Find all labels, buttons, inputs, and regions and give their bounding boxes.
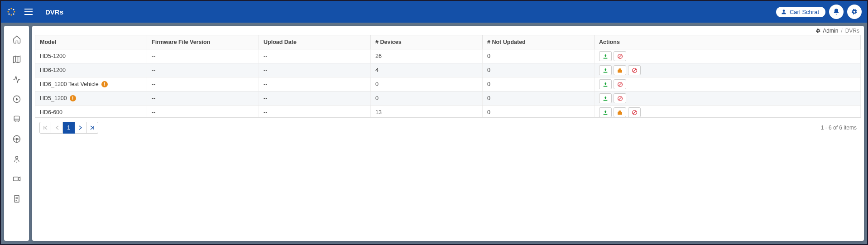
sidebar-item-bus[interactable] <box>8 110 26 128</box>
cell-model: HD6-600 <box>35 106 147 117</box>
table-row[interactable]: HD6-1200----40 <box>35 63 861 77</box>
toolbox-icon <box>617 110 623 115</box>
svg-point-12 <box>16 138 17 139</box>
pager-prev-button[interactable] <box>51 122 63 134</box>
cell-devices: 13 <box>371 106 483 117</box>
upload-action-button[interactable] <box>599 79 612 89</box>
svg-point-6 <box>7 11 9 12</box>
gears-icon <box>851 8 858 16</box>
sidebar-item-map[interactable] <box>8 50 26 68</box>
map-icon <box>12 55 21 64</box>
sidebar-item-play[interactable] <box>8 90 26 108</box>
pager-page-1[interactable]: 1 <box>63 122 75 134</box>
col-header-devices[interactable]: # Devices <box>371 35 483 49</box>
breadcrumb-admin-label: Admin <box>823 28 838 34</box>
top-bar: DVRs Carl Schrat <box>1 1 867 23</box>
upload-action-button[interactable] <box>599 51 612 61</box>
pager-info: 1 - 6 of 6 items <box>821 125 857 131</box>
page-title: DVRs <box>45 8 63 16</box>
model-text: HD6-1200 <box>40 67 66 73</box>
cell-model: HD6-1200 <box>35 63 147 77</box>
upload-icon <box>602 110 609 115</box>
svg-point-4 <box>10 14 12 15</box>
cell-firmware: -- <box>147 77 259 91</box>
menu-toggle-icon[interactable] <box>24 9 33 15</box>
pager-next-button[interactable] <box>75 122 86 134</box>
steering-wheel-icon <box>12 135 21 144</box>
sidebar-item-drivers[interactable] <box>8 130 26 148</box>
block-icon <box>632 110 638 115</box>
block-action-button[interactable] <box>614 51 626 61</box>
table-row[interactable]: HD5-1200----260 <box>35 49 861 63</box>
cell-not-updated: 0 <box>483 49 595 63</box>
cell-upload-date: -- <box>259 77 371 91</box>
block-action-button[interactable] <box>614 79 626 89</box>
upload-action-button[interactable] <box>599 93 612 103</box>
breadcrumb: Admin / DVRs <box>32 26 864 35</box>
model-text: HD5-1200 <box>40 53 66 59</box>
cell-model: HD5_1200! <box>35 91 147 105</box>
gears-small-icon <box>815 28 821 34</box>
sidebar-item-home[interactable] <box>8 30 26 48</box>
cell-upload-date: -- <box>259 49 371 63</box>
bell-icon <box>833 8 840 15</box>
user-chip[interactable]: Carl Schrat <box>776 7 825 17</box>
pager: 1 1 - 6 of 6 items <box>35 118 861 137</box>
cell-model: HD6_1200 Test Vehicle! <box>35 77 147 91</box>
document-icon <box>12 194 21 203</box>
cell-devices: 4 <box>371 63 483 77</box>
cell-actions <box>595 77 861 91</box>
sidebar-item-person[interactable] <box>8 150 26 168</box>
warning-icon: ! <box>101 81 108 87</box>
pager-first-button[interactable] <box>39 122 51 134</box>
block-icon <box>617 82 623 87</box>
sidebar-item-activity[interactable] <box>8 70 26 88</box>
toolbox-action-button[interactable] <box>614 107 626 117</box>
col-header-upload-date[interactable]: Upload Date <box>259 35 371 49</box>
upload-action-button[interactable] <box>599 65 612 75</box>
col-header-model[interactable]: Model <box>35 35 147 49</box>
svg-point-13 <box>15 156 18 159</box>
cell-devices: 0 <box>371 91 483 105</box>
cell-upload-date: -- <box>259 63 371 77</box>
model-text: HD6-600 <box>40 109 62 115</box>
block-action-button[interactable] <box>614 93 626 103</box>
grid-header-row: Model Firmware File Version Upload Date … <box>35 35 861 49</box>
col-header-firmware[interactable]: Firmware File Version <box>147 35 259 49</box>
col-header-actions: Actions <box>595 35 861 49</box>
settings-button[interactable] <box>847 5 862 19</box>
table-row[interactable]: HD5_1200!----00 <box>35 91 861 106</box>
cell-not-updated: 0 <box>483 63 595 77</box>
breadcrumb-admin-link[interactable]: Admin <box>815 28 838 34</box>
toolbox-action-button[interactable] <box>614 65 626 75</box>
cell-devices: 0 <box>371 77 483 91</box>
block-action-button[interactable] <box>628 107 641 117</box>
model-text: HD6_1200 Test Vehicle <box>40 81 99 87</box>
sidebar <box>4 26 29 241</box>
block-icon <box>617 53 623 59</box>
table-row[interactable]: HD6-600----130 <box>35 106 861 117</box>
svg-point-1 <box>13 9 14 10</box>
col-header-not-updated[interactable]: # Not Updated <box>483 35 595 49</box>
cell-firmware: -- <box>147 63 259 77</box>
cell-actions <box>595 49 861 63</box>
sidebar-item-reports[interactable] <box>8 190 26 208</box>
svg-point-2 <box>14 11 15 12</box>
block-action-button[interactable] <box>628 65 641 75</box>
cell-firmware: -- <box>147 106 259 117</box>
table-row[interactable]: HD6_1200 Test Vehicle!----00 <box>35 77 861 91</box>
upload-icon <box>602 82 609 87</box>
cell-not-updated: 0 <box>483 91 595 105</box>
svg-point-5 <box>8 13 10 14</box>
bus-icon <box>12 115 21 124</box>
cell-firmware: -- <box>147 49 259 63</box>
user-icon <box>781 9 787 15</box>
pager-last-button[interactable] <box>86 122 98 134</box>
upload-action-button[interactable] <box>599 107 612 117</box>
activity-icon <box>12 75 21 84</box>
grid-body: HD5-1200----260HD6-1200----40HD6_1200 Te… <box>35 49 861 117</box>
cell-actions <box>595 91 861 105</box>
main-panel: Admin / DVRs Model Firmware File Version… <box>32 26 864 241</box>
notifications-button[interactable] <box>829 5 844 19</box>
sidebar-item-camera[interactable] <box>8 170 26 188</box>
